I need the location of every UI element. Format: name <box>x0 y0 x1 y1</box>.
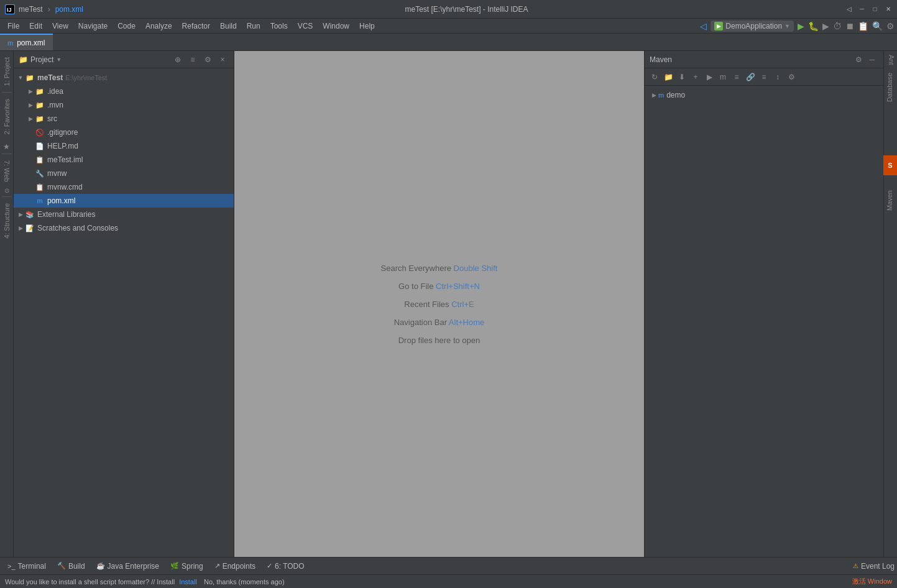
left-tool-strip: 1: Project 2: Favorites ★ 7: Web ⊙ 4: St… <box>0 51 14 557</box>
status-activate-windows[interactable]: 激活 Window <box>852 577 892 586</box>
tree-mvn[interactable]: ▶ 📁 .mvn <box>14 98 234 112</box>
back-nav-icon[interactable]: ◁ <box>700 21 707 31</box>
close-btn[interactable]: ✕ <box>884 5 892 13</box>
hint-search-text: Search Everywhere <box>381 264 454 273</box>
project-tool-close[interactable]: × <box>216 53 229 66</box>
tab-java-enterprise[interactable]: ☕ Java Enterprise <box>91 561 164 572</box>
todo-icon: ✓ <box>267 562 272 570</box>
menu-window[interactable]: Window <box>318 21 354 32</box>
tab-build[interactable]: 🔨 Build <box>52 561 90 572</box>
idea-label: .idea <box>47 87 63 96</box>
menu-file[interactable]: File <box>2 21 24 32</box>
maven-sort-btn[interactable]: ≡ <box>758 71 770 83</box>
maven-reload-btn[interactable]: ↻ <box>648 71 661 83</box>
gitignore-icon: 🚫 <box>35 127 45 137</box>
sidebar-item-structure[interactable]: 4: Structure <box>1 200 12 242</box>
run-with-coverage-btn[interactable]: ▶ <box>822 21 829 31</box>
run-config-dropdown-icon: ▼ <box>784 23 790 29</box>
sidebar-ant[interactable]: Ant <box>884 51 897 69</box>
event-log-btn[interactable]: Event Log <box>861 562 895 571</box>
tree-scratches[interactable]: ▶ 📝 Scratches and Consoles <box>14 221 234 235</box>
maven-minimize-btn[interactable]: ─ <box>866 53 878 66</box>
maven-settings-btn[interactable]: ⚙ <box>852 53 865 66</box>
sidebar-item-project[interactable]: 1: Project <box>1 53 12 90</box>
project-panel: 📁 Project ▼ ⊕ ≡ ⚙ × ▼ 📁 meTest <box>14 51 234 557</box>
project-tool-collapse[interactable]: ≡ <box>186 53 199 66</box>
run-config-selector[interactable]: ▶ DemoApplication ▼ <box>711 21 794 32</box>
src-chevron: ▶ <box>26 114 35 123</box>
web-icon[interactable]: ⊙ <box>4 187 9 194</box>
hint-search-everywhere: Search Everywhere Double Shift <box>381 264 498 273</box>
menu-tools[interactable]: Tools <box>265 21 293 32</box>
maven-item-demo[interactable]: ▶ m demo <box>645 88 883 102</box>
status-no-thanks[interactable]: No, thanks (moments ago) <box>204 578 285 586</box>
sidebar-item-favorites[interactable]: 2: Favorites <box>1 95 12 138</box>
breadcrumb-pom[interactable]: pom.xml <box>55 5 83 14</box>
endpoints-label: Endpoints <box>223 562 255 571</box>
maximize-btn[interactable]: □ <box>871 5 879 13</box>
menu-build[interactable]: Build <box>215 21 242 32</box>
find-btn[interactable]: 🔍 <box>872 21 883 31</box>
menu-refactor[interactable]: Refactor <box>177 21 215 32</box>
tab-todo[interactable]: ✓ 6: TODO <box>262 561 310 572</box>
tree-idea[interactable]: ▶ 📁 .idea <box>14 85 234 98</box>
sidebar-database[interactable]: Database <box>884 69 897 106</box>
menu-vcs[interactable]: VCS <box>293 21 318 32</box>
menu-edit[interactable]: Edit <box>24 21 47 32</box>
root-folder-icon: 📁 <box>25 73 35 83</box>
menu-run[interactable]: Run <box>242 21 265 32</box>
settings-btn[interactable]: ⚙ <box>886 21 895 31</box>
nav-back-btn[interactable]: ◁ <box>845 5 853 13</box>
status-bar: Would you like to install a shell script… <box>0 574 897 588</box>
bottom-tabs: >_ Terminal 🔨 Build ☕ Java Enterprise 🌿 … <box>0 557 897 574</box>
tree-mvnw[interactable]: ▶ 🔧 mvnw <box>14 167 234 180</box>
stop-btn[interactable]: ⏹ <box>845 21 854 31</box>
install-link[interactable]: Install <box>179 578 197 586</box>
menu-help[interactable]: Help <box>354 21 380 32</box>
sidebar-maven-right[interactable]: Maven <box>884 186 895 214</box>
tab-spring[interactable]: 🌿 Spring <box>165 561 208 572</box>
debug-btn[interactable]: 🐛 <box>808 21 819 31</box>
minimize-btn[interactable]: ─ <box>858 5 866 13</box>
menu-code[interactable]: Code <box>113 21 140 32</box>
project-dropdown-icon[interactable]: ▼ <box>56 57 62 63</box>
sidebar-item-web[interactable]: 7: Web <box>1 157 12 186</box>
project-tool-expand[interactable]: ⊕ <box>172 53 184 66</box>
maven-add-btn[interactable]: + <box>689 71 702 83</box>
tree-mvnw-cmd[interactable]: ▶ 📋 mvnw.cmd <box>14 180 234 194</box>
hint-nav-shortcut: Alt+Home <box>449 318 484 327</box>
maven-open-btn[interactable]: 📁 <box>662 71 674 83</box>
tree-root-metest[interactable]: ▼ 📁 meTest E:\yhr\meTest <box>14 71 234 85</box>
tree-external-libraries[interactable]: ▶ 📚 External Libraries <box>14 208 234 221</box>
maven-lifecycle-btn[interactable]: ≡ <box>730 71 743 83</box>
maven-tool-settings-btn[interactable]: ⚙ <box>785 71 798 83</box>
tab-terminal[interactable]: >_ Terminal <box>2 561 51 572</box>
maven-run-btn[interactable]: ▶ <box>703 71 715 83</box>
menu-navigate[interactable]: Navigate <box>73 21 113 32</box>
spring-boot-logo[interactable]: S <box>883 155 897 175</box>
maven-link-btn[interactable]: 🔗 <box>744 71 757 83</box>
pom-xml-label: pom.xml <box>47 196 75 205</box>
menu-view[interactable]: View <box>47 21 73 32</box>
tree-help-md[interactable]: ▶ 📄 HELP.md <box>14 139 234 153</box>
maven-collapse-btn[interactable]: ↕ <box>771 71 784 83</box>
tree-pom-xml[interactable]: ▶ m pom.xml <box>14 194 234 208</box>
mvn-label: .mvn <box>47 101 63 109</box>
breadcrumb-metest[interactable]: meTest <box>19 5 43 14</box>
tab-pom-xml[interactable]: m pom.xml <box>0 34 53 50</box>
tree-src[interactable]: ▶ 📁 src <box>14 112 234 126</box>
tree-metest-iml[interactable]: ▶ 📋 meTest.iml <box>14 153 234 167</box>
tree-gitignore[interactable]: ▶ 🚫 .gitignore <box>14 126 234 139</box>
copy-path-btn[interactable]: 📋 <box>858 21 868 31</box>
ext-lib-icon: 📚 <box>25 209 35 219</box>
maven-m-btn[interactable]: m <box>717 71 729 83</box>
run-btn[interactable]: ▶ <box>798 21 804 31</box>
menu-analyze[interactable]: Analyze <box>140 21 177 32</box>
project-tool-settings[interactable]: ⚙ <box>201 53 214 66</box>
maven-download-btn[interactable]: ⬇ <box>676 71 688 83</box>
editor-area: Search Everywhere Double Shift Go to Fil… <box>234 51 644 557</box>
favorites-star-icon[interactable]: ★ <box>3 142 10 151</box>
hint-search-shortcut: Double Shift <box>454 264 498 273</box>
tab-endpoints[interactable]: ↗ Endpoints <box>209 561 260 572</box>
profile-btn[interactable]: ⏱ <box>833 21 842 31</box>
